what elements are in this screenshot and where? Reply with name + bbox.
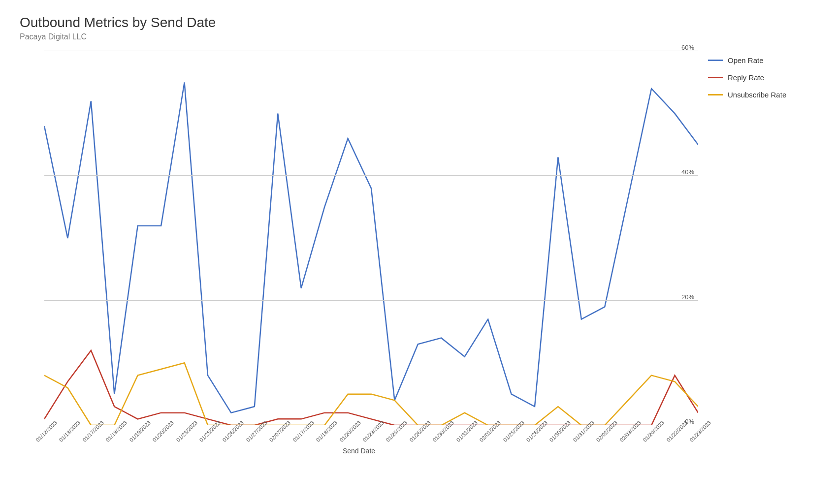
y-label-0: 0% <box>685 418 694 425</box>
chart-body: 01/12/202301/13/202301/17/202301/18/2023… <box>20 51 816 455</box>
chart-subtitle: Pacaya Digital LLC <box>20 32 816 41</box>
legend-label-unsubscribe-rate: Unsubscribe Rate <box>728 91 786 99</box>
grid-line-20 <box>44 300 698 301</box>
chart-svg <box>44 51 698 425</box>
line-#E6A817 <box>44 363 698 425</box>
legend-item-open-rate: Open Rate <box>708 56 816 64</box>
grid-line-60 <box>44 51 698 51</box>
legend-line-open-rate <box>708 60 723 61</box>
chart-area: 01/12/202301/13/202301/17/202301/18/2023… <box>20 51 698 455</box>
y-label-20: 20% <box>681 293 694 300</box>
axis-title-x: Send Date <box>343 447 375 455</box>
y-label-60: 60% <box>681 44 694 51</box>
legend-label-reply-rate: Reply Rate <box>728 73 764 82</box>
legend-line-unsubscribe-rate <box>708 94 723 95</box>
legend-label-open-rate: Open Rate <box>728 56 764 64</box>
legend-line-reply-rate <box>708 77 723 78</box>
grid-line-0 <box>44 425 698 425</box>
chart-container: Outbound Metrics by Send Date Pacaya Dig… <box>20 15 816 494</box>
legend-item-reply-rate: Reply Rate <box>708 73 816 82</box>
grid-line-40 <box>44 175 698 176</box>
legend-area: Open Rate Reply Rate Unsubscribe Rate <box>708 51 816 455</box>
line-#4472C4 <box>44 82 698 412</box>
legend-item-unsubscribe-rate: Unsubscribe Rate <box>708 91 816 99</box>
chart-title: Outbound Metrics by Send Date <box>20 15 816 31</box>
line-#C0392B <box>44 350 698 425</box>
y-label-40: 40% <box>681 168 694 176</box>
plot-area <box>44 51 698 425</box>
y-axis <box>20 51 44 425</box>
